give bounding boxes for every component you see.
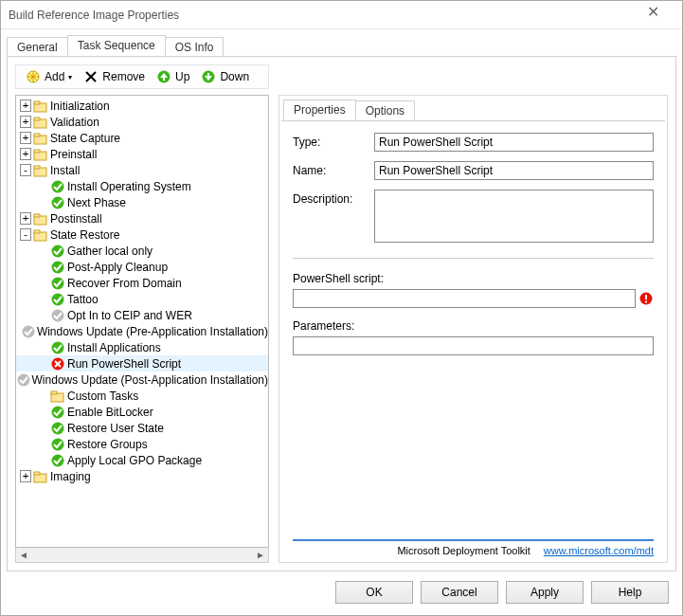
tree-node[interactable]: Enable BitLocker: [16, 404, 268, 420]
scroll-left-icon[interactable]: ◄: [16, 550, 31, 560]
tree-node[interactable]: Custom Tasks: [16, 388, 268, 404]
close-button[interactable]: ✕: [632, 2, 674, 28]
help-button[interactable]: Help: [591, 581, 669, 604]
remove-button[interactable]: Remove: [80, 68, 149, 85]
folder-icon: [33, 147, 48, 162]
tree-node[interactable]: Recover From Domain: [16, 275, 268, 291]
close-icon: ✕: [647, 4, 659, 20]
tree-node[interactable]: Windows Update (Pre-Application Installa…: [16, 323, 268, 339]
tab-content: Add ▾ Remove Up Down: [7, 56, 676, 571]
svg-point-28: [52, 293, 64, 305]
svg-rect-12: [34, 118, 40, 120]
name-label: Name:: [293, 161, 374, 177]
tree-node[interactable]: +State Capture: [16, 130, 268, 146]
tree-node[interactable]: Windows Update (Post-Application Install…: [16, 371, 268, 388]
expander-icon[interactable]: +: [20, 116, 31, 128]
expander-icon[interactable]: -: [20, 164, 31, 176]
check-icon: [50, 421, 65, 436]
svg-point-38: [52, 406, 64, 418]
description-field[interactable]: [374, 190, 654, 243]
svg-rect-22: [34, 214, 40, 217]
outer-tabstrip: General Task Sequence OS Info: [1, 29, 682, 56]
folder-icon: [33, 131, 48, 146]
tree-node[interactable]: Run PowerShell Script: [16, 355, 268, 371]
tree-node-label: Next Phase: [65, 196, 126, 209]
tree-node-label: Validation: [48, 116, 99, 129]
tree-node[interactable]: Post-Apply Cleanup: [16, 259, 268, 275]
parameters-field[interactable]: [293, 336, 654, 355]
tree-node[interactable]: +Postinstall: [16, 210, 268, 226]
tree-node[interactable]: +Validation: [16, 114, 268, 130]
expander-icon[interactable]: +: [20, 470, 31, 482]
inner-tab-options[interactable]: Options: [355, 100, 415, 121]
svg-point-27: [52, 277, 64, 289]
scroll-right-icon[interactable]: ►: [253, 550, 268, 560]
check-icon: [50, 437, 65, 452]
tree-node-label: Initialization: [48, 100, 110, 113]
brand-link[interactable]: www.microsoft.com/mdt: [544, 545, 654, 556]
check-icon: [50, 179, 65, 194]
task-tree[interactable]: +Initialization+Validation+State Capture…: [15, 95, 269, 548]
name-field[interactable]: [374, 161, 654, 180]
brand-footer: Microsoft Deployment Toolkit www.microso…: [293, 539, 654, 556]
check-icon: [50, 292, 65, 307]
tree-node-label: Restore Groups: [65, 438, 148, 451]
tree-node[interactable]: Opt In to CEIP and WER: [16, 307, 268, 323]
expander-icon[interactable]: +: [20, 148, 31, 160]
tree-node-label: Run PowerShell Script: [65, 357, 181, 371]
remove-icon: [83, 69, 99, 84]
tree-node[interactable]: +Preinstall: [16, 146, 268, 162]
error-icon: [50, 356, 65, 371]
apply-button[interactable]: Apply: [506, 581, 584, 604]
brand-text: Microsoft Deployment Toolkit: [397, 545, 530, 556]
svg-point-25: [52, 245, 64, 257]
tab-os-info[interactable]: OS Info: [165, 37, 225, 57]
script-field[interactable]: [293, 289, 636, 308]
down-button[interactable]: Down: [197, 68, 253, 85]
tree-node-label: Opt In to CEIP and WER: [65, 309, 192, 322]
expander-icon[interactable]: +: [20, 212, 31, 225]
tree-node[interactable]: Restore Groups: [16, 436, 268, 452]
check-icon: [50, 260, 65, 275]
disabled-icon: [50, 308, 65, 323]
tree-node-label: Recover From Domain: [65, 277, 182, 290]
tab-general[interactable]: General: [7, 37, 68, 57]
disabled-icon: [17, 372, 30, 388]
horizontal-scrollbar[interactable]: ◄ ►: [15, 548, 269, 563]
add-button[interactable]: Add ▾: [22, 68, 76, 85]
tree-node[interactable]: Apply Local GPO Package: [16, 452, 268, 468]
tree-node-label: State Capture: [48, 132, 120, 145]
inner-tab-properties[interactable]: Properties: [283, 100, 356, 120]
svg-rect-18: [34, 166, 40, 169]
parameters-label: Parameters:: [293, 319, 654, 333]
tree-node[interactable]: Tattoo: [16, 291, 268, 307]
folder-icon: [33, 115, 48, 130]
check-icon: [50, 244, 65, 259]
tree-node[interactable]: +Initialization: [16, 98, 268, 114]
expander-icon[interactable]: +: [20, 132, 31, 144]
folder-icon: [33, 99, 48, 114]
tree-node[interactable]: Restore User State: [16, 420, 268, 436]
script-label: PowerShell script:: [293, 272, 654, 285]
up-button[interactable]: Up: [153, 68, 193, 85]
tree-node[interactable]: +Imaging: [16, 468, 268, 484]
button-bar: OK Cancel Apply Help: [1, 571, 682, 615]
svg-rect-24: [34, 230, 40, 233]
tree-node[interactable]: Gather local only: [16, 243, 268, 259]
tab-task-sequence[interactable]: Task Sequence: [67, 35, 166, 56]
tree-node-label: Apply Local GPO Package: [65, 454, 202, 467]
cancel-button[interactable]: Cancel: [421, 581, 498, 604]
tree-node[interactable]: Install Applications: [16, 339, 268, 355]
expander-icon[interactable]: +: [20, 100, 31, 112]
tree-node[interactable]: -Install: [16, 162, 268, 178]
tree-node[interactable]: Install Operating System: [16, 178, 268, 194]
ok-button[interactable]: OK: [335, 581, 413, 604]
tree-node-label: Tattoo: [65, 293, 99, 306]
expander-icon[interactable]: -: [20, 228, 31, 241]
check-icon: [50, 276, 65, 291]
folder-icon: [33, 211, 48, 226]
tree-node[interactable]: -State Restore: [16, 226, 268, 243]
svg-rect-45: [645, 295, 647, 299]
svg-rect-10: [34, 101, 40, 104]
tree-node[interactable]: Next Phase: [16, 194, 268, 210]
